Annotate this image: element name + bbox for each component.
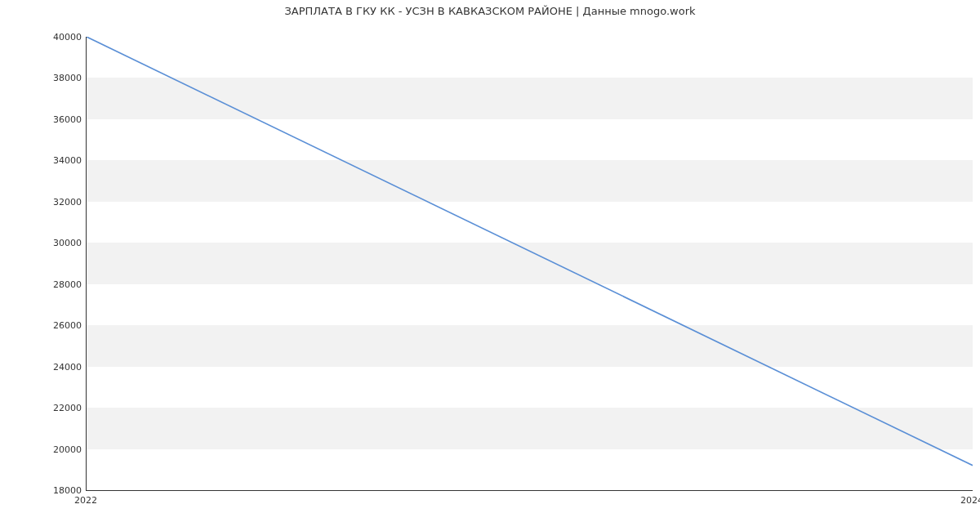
y-tick-label: 20000 (41, 444, 82, 454)
y-tick-label: 40000 (41, 32, 82, 42)
series-line (87, 37, 973, 466)
chart-container: ЗАРПЛАТА В ГКУ КК - УСЗН В КАВКАЗСКОМ РА… (0, 0, 980, 531)
chart-title: ЗАРПЛАТА В ГКУ КК - УСЗН В КАВКАЗСКОМ РА… (0, 5, 980, 17)
y-tick-label: 34000 (41, 155, 82, 166)
line-layer (87, 37, 973, 490)
x-tick-label: 2022 (74, 495, 97, 506)
plot-area (86, 37, 973, 491)
y-tick-label: 24000 (41, 361, 82, 372)
y-tick-label: 32000 (41, 196, 82, 207)
y-tick-label: 28000 (41, 279, 82, 289)
y-tick-label: 22000 (41, 403, 82, 413)
y-tick-label: 36000 (41, 114, 82, 124)
y-tick-label: 38000 (41, 73, 82, 83)
y-tick-label: 30000 (41, 238, 82, 248)
y-tick-label: 26000 (41, 320, 82, 331)
y-tick-label: 18000 (41, 485, 82, 496)
x-tick-label: 2024 (960, 495, 980, 506)
